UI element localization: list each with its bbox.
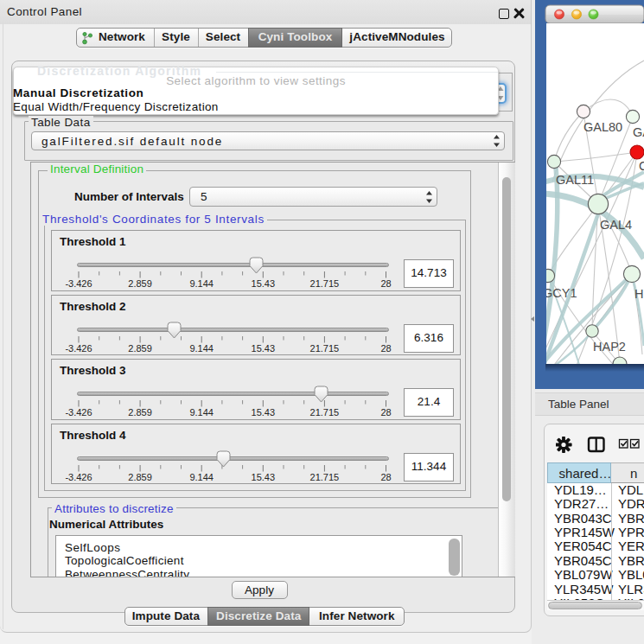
svg-text:C: C [639,159,644,173]
svg-text:GAL4: GAL4 [600,218,632,232]
svg-text:GCY1: GCY1 [543,286,577,300]
svg-text:GA: GA [633,125,644,139]
svg-text:GAL80: GAL80 [583,120,622,134]
svg-text:HAP2: HAP2 [593,340,626,354]
svg-text:H: H [634,287,643,301]
svg-text:GAL11: GAL11 [556,173,594,187]
